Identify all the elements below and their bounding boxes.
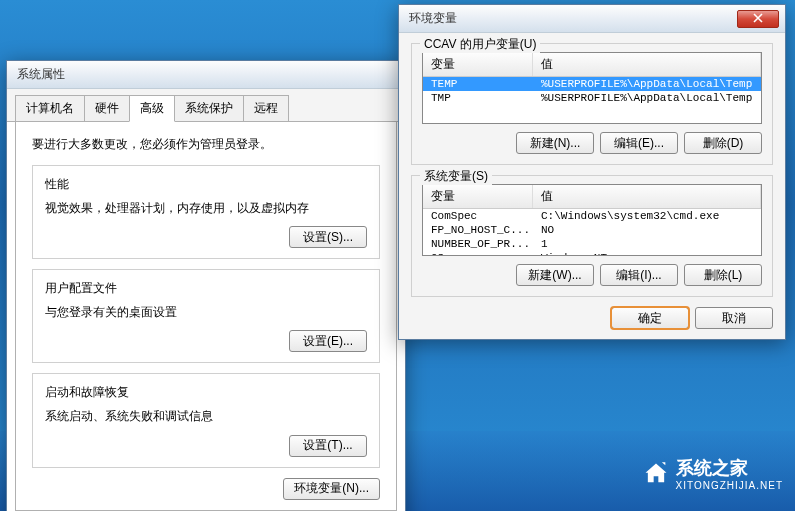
- admin-intro-text: 要进行大多数更改，您必须作为管理员登录。: [32, 136, 380, 153]
- var-value: Windows_NT: [533, 251, 761, 256]
- startup-label: 启动和故障恢复: [45, 384, 367, 401]
- var-name: OS: [423, 251, 533, 256]
- startup-settings-button[interactable]: 设置(T)...: [289, 435, 367, 457]
- profiles-desc: 与您登录有关的桌面设置: [45, 303, 367, 322]
- profiles-group: 用户配置文件 与您登录有关的桌面设置 设置(E)...: [32, 269, 380, 363]
- column-value[interactable]: 值: [533, 185, 761, 208]
- var-name: FP_NO_HOST_C...: [423, 223, 533, 237]
- system-properties-window: 系统属性 计算机名 硬件 高级 系统保护 远程 要进行大多数更改，您必须作为管理…: [6, 60, 406, 511]
- performance-desc: 视觉效果，处理器计划，内存使用，以及虚拟内存: [45, 199, 367, 218]
- new-user-var-button[interactable]: 新建(N)...: [516, 132, 594, 154]
- edit-user-var-button[interactable]: 编辑(E)...: [600, 132, 678, 154]
- system-variables-legend: 系统变量(S): [420, 168, 492, 185]
- list-header: 变量 值: [423, 185, 761, 209]
- window-title: 环境变量: [409, 10, 737, 27]
- watermark-url: XITONGZHIJIA.NET: [676, 480, 784, 491]
- environment-variables-dialog: 环境变量 CCAV 的用户变量(U) 变量 值 TEMP %USERPROFIL…: [398, 4, 786, 340]
- column-variable[interactable]: 变量: [423, 53, 533, 76]
- edit-system-var-button[interactable]: 编辑(I)...: [600, 264, 678, 286]
- cancel-button[interactable]: 取消: [695, 307, 773, 329]
- performance-group: 性能 视觉效果，处理器计划，内存使用，以及虚拟内存 设置(S)...: [32, 165, 380, 259]
- system-variables-group: 系统变量(S) 变量 值 ComSpec C:\Windows\system32…: [411, 175, 773, 297]
- var-value: %USERPROFILE%\AppData\Local\Temp: [533, 77, 761, 91]
- list-item[interactable]: TMP %USERPROFILE%\AppData\Local\Temp: [423, 91, 761, 105]
- tab-advanced[interactable]: 高级: [129, 95, 175, 122]
- new-system-var-button[interactable]: 新建(W)...: [516, 264, 594, 286]
- user-variables-legend: CCAV 的用户变量(U): [420, 36, 540, 53]
- list-item[interactable]: NUMBER_OF_PR... 1: [423, 237, 761, 251]
- window-title: 系统属性: [17, 66, 399, 83]
- user-variables-list[interactable]: 变量 值 TEMP %USERPROFILE%\AppData\Local\Te…: [422, 52, 762, 124]
- performance-label: 性能: [45, 176, 367, 193]
- tab-remote[interactable]: 远程: [243, 95, 289, 121]
- var-name: NUMBER_OF_PR...: [423, 237, 533, 251]
- environment-variables-button[interactable]: 环境变量(N)...: [283, 478, 380, 500]
- column-variable[interactable]: 变量: [423, 185, 533, 208]
- startup-group: 启动和故障恢复 系统启动、系统失败和调试信息 设置(T)...: [32, 373, 380, 467]
- var-name: TMP: [423, 91, 533, 105]
- close-button[interactable]: [737, 10, 779, 28]
- var-value: %USERPROFILE%\AppData\Local\Temp: [533, 91, 761, 105]
- list-item[interactable]: OS Windows_NT: [423, 251, 761, 256]
- tab-computer-name[interactable]: 计算机名: [15, 95, 85, 121]
- house-icon: [642, 460, 670, 488]
- var-name: TEMP: [423, 77, 533, 91]
- list-item[interactable]: FP_NO_HOST_C... NO: [423, 223, 761, 237]
- list-item[interactable]: TEMP %USERPROFILE%\AppData\Local\Temp: [423, 77, 761, 91]
- list-header: 变量 值: [423, 53, 761, 77]
- tabstrip: 计算机名 硬件 高级 系统保护 远程: [7, 89, 405, 122]
- tab-content-advanced: 要进行大多数更改，您必须作为管理员登录。 性能 视觉效果，处理器计划，内存使用，…: [15, 122, 397, 511]
- var-value: 1: [533, 237, 761, 251]
- delete-user-var-button[interactable]: 删除(D): [684, 132, 762, 154]
- user-variables-group: CCAV 的用户变量(U) 变量 值 TEMP %USERPROFILE%\Ap…: [411, 43, 773, 165]
- column-value[interactable]: 值: [533, 53, 761, 76]
- delete-system-var-button[interactable]: 删除(L): [684, 264, 762, 286]
- list-item[interactable]: ComSpec C:\Windows\system32\cmd.exe: [423, 209, 761, 223]
- dialog-body: CCAV 的用户变量(U) 变量 值 TEMP %USERPROFILE%\Ap…: [399, 33, 785, 339]
- watermark-name: 系统之家: [676, 458, 748, 478]
- startup-desc: 系统启动、系统失败和调试信息: [45, 407, 367, 426]
- profiles-label: 用户配置文件: [45, 280, 367, 297]
- tab-system-protection[interactable]: 系统保护: [174, 95, 244, 121]
- tab-hardware[interactable]: 硬件: [84, 95, 130, 121]
- var-value: C:\Windows\system32\cmd.exe: [533, 209, 761, 223]
- watermark: 系统之家 XITONGZHIJIA.NET: [642, 456, 784, 491]
- profiles-settings-button[interactable]: 设置(E)...: [289, 330, 367, 352]
- performance-settings-button[interactable]: 设置(S)...: [289, 226, 367, 248]
- titlebar[interactable]: 系统属性: [7, 61, 405, 89]
- system-variables-list[interactable]: 变量 值 ComSpec C:\Windows\system32\cmd.exe…: [422, 184, 762, 256]
- var-name: ComSpec: [423, 209, 533, 223]
- ok-button[interactable]: 确定: [611, 307, 689, 329]
- titlebar[interactable]: 环境变量: [399, 5, 785, 33]
- close-icon: [753, 13, 763, 25]
- var-value: NO: [533, 223, 761, 237]
